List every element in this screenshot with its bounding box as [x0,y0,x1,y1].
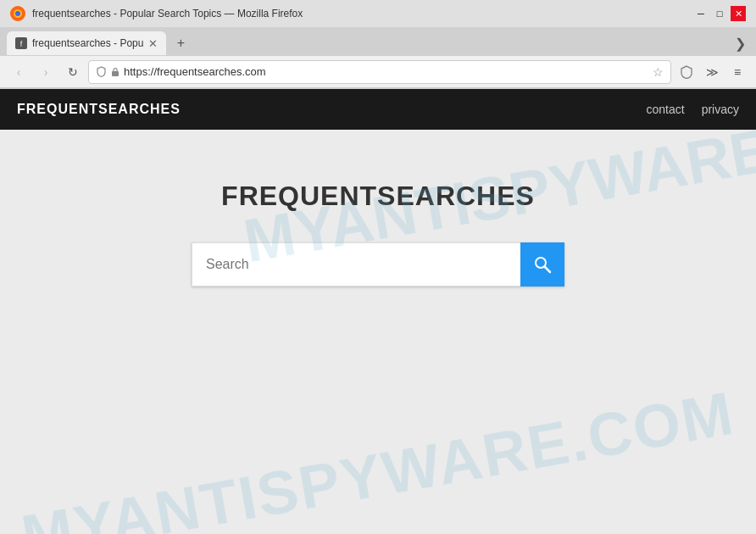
nav-extra-buttons: ≫ ≡ [675,60,749,84]
site-nav-links: contact privacy [647,103,740,116]
site-brand: FREQUENTSEARCHES [17,102,181,117]
tab-favicon: f [15,37,27,49]
menu-button[interactable]: ≡ [725,60,749,84]
maximize-button[interactable]: □ [712,6,727,21]
site-navbar: FREQUENTSEARCHES contact privacy [0,89,756,130]
svg-rect-5 [112,71,119,76]
new-tab-button[interactable]: + [170,32,192,54]
address-text: https://frequentsearches.com [124,65,649,78]
address-bar-icons [96,66,120,77]
firefox-icon [10,6,25,21]
tab-label: frequentsearches - Popu [32,37,143,49]
address-bar[interactable]: https://frequentsearches.com ☆ [88,60,671,84]
active-tab[interactable]: f frequentsearches - Popu ✕ [7,31,166,55]
site-page-title: FREQUENTSEARCHES [221,181,535,212]
search-bar-container [192,242,564,286]
svg-point-2 [15,11,20,16]
forward-button[interactable]: › [34,60,58,84]
tab-bar: f frequentsearches - Popu ✕ + ❯ [0,27,756,56]
svg-line-7 [545,267,551,273]
shield-nav-icon [680,65,693,79]
watermark-bottom: MYANTISPYWARE.COM [0,374,756,534]
minimize-button[interactable]: ─ [693,6,709,21]
shield-icon [96,66,107,77]
search-icon [533,255,552,274]
privacy-link[interactable]: privacy [702,103,739,116]
back-button[interactable]: ‹ [7,60,31,84]
lock-icon [110,67,120,77]
site-content: MYANTISPYWARE.COM MYANTISPYWARE.COM FREQ… [0,130,756,534]
search-input[interactable] [192,242,520,286]
close-button[interactable]: ✕ [731,6,746,21]
bookmark-star-button[interactable]: ☆ [653,65,664,79]
tab-list-button[interactable]: ❯ [731,32,749,55]
shield-button[interactable] [675,60,698,84]
browser-title: frequentsearches - Popular Search Topics… [32,8,303,19]
nav-bar: ‹ › ↻ https://frequentsearches.com ☆ [0,56,756,88]
title-bar: frequentsearches - Popular Search Topics… [0,0,756,27]
search-button[interactable] [520,242,564,286]
window-controls: ─ □ ✕ [693,6,746,21]
tab-close-button[interactable]: ✕ [148,38,158,49]
overflow-button[interactable]: ≫ [700,60,724,84]
contact-link[interactable]: contact [647,103,685,116]
reload-button[interactable]: ↻ [61,60,85,84]
